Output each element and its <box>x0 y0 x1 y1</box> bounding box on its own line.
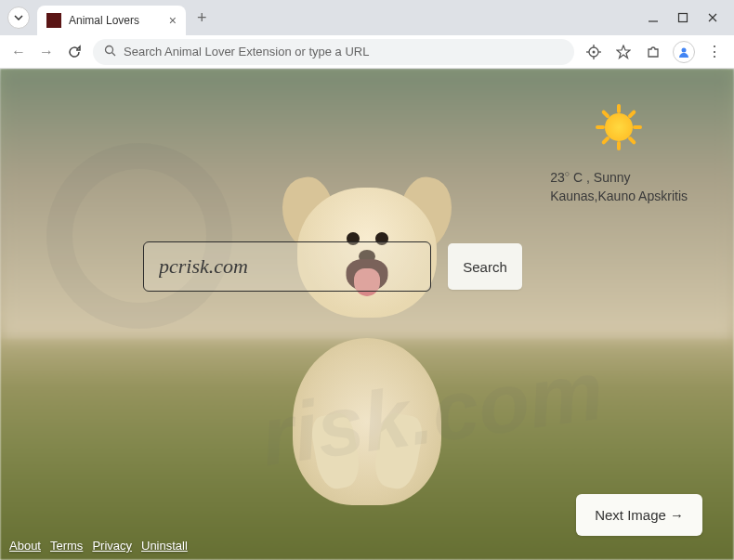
address-placeholder: Search Animal Lover Extension or type a … <box>124 45 563 59</box>
new-tab-button[interactable]: + <box>197 8 207 28</box>
page-content: risk.com 23○ C , Sunny Kaunas,Kauno Apsk… <box>0 69 734 560</box>
about-link[interactable]: About <box>9 539 41 553</box>
maximize-icon[interactable] <box>676 11 689 24</box>
tab-title: Animal Lovers <box>69 14 162 27</box>
svg-point-5 <box>593 50 596 53</box>
extensions-icon[interactable] <box>643 45 663 59</box>
search-area: Search <box>143 241 522 292</box>
weather-widget: 23○ C , Sunny Kaunas,Kauno Apskritis <box>550 104 688 203</box>
svg-line-3 <box>112 52 116 56</box>
privacy-link[interactable]: Privacy <box>92 539 132 553</box>
footer-links: About Terms Privacy Uninstall <box>9 539 188 553</box>
puppy-image <box>237 137 497 472</box>
title-bar: Animal Lovers × + <box>0 0 734 35</box>
next-image-button[interactable]: Next Image → <box>576 494 702 536</box>
window-controls <box>647 11 727 24</box>
uninstall-link[interactable]: Uninstall <box>141 539 188 553</box>
menu-icon[interactable]: ⋮ <box>704 43 725 60</box>
weather-location: Kaunas,Kauno Apskritis <box>550 189 688 203</box>
favicon-icon <box>46 13 61 28</box>
location-icon[interactable] <box>583 45 604 59</box>
profile-icon[interactable] <box>673 41 695 63</box>
reload-button[interactable] <box>65 45 84 59</box>
svg-point-2 <box>106 46 113 53</box>
forward-button[interactable]: → <box>37 44 56 60</box>
svg-rect-1 <box>679 14 688 22</box>
tab-search-button[interactable] <box>7 7 30 29</box>
weather-temperature: 23○ C , Sunny <box>550 169 688 185</box>
search-input[interactable] <box>143 241 431 292</box>
browser-tab[interactable]: Animal Lovers × <box>37 6 186 35</box>
browser-toolbar: ← → Search Animal Lover Extension or typ… <box>0 35 734 69</box>
search-button[interactable]: Search <box>448 243 522 290</box>
svg-point-10 <box>682 47 687 52</box>
close-tab-icon[interactable]: × <box>169 13 177 28</box>
close-icon[interactable] <box>706 11 719 24</box>
address-bar[interactable]: Search Animal Lover Extension or type a … <box>93 39 574 65</box>
sun-icon <box>596 104 642 150</box>
terms-link[interactable]: Terms <box>50 539 83 553</box>
search-icon <box>104 45 116 59</box>
minimize-icon[interactable] <box>647 11 660 24</box>
back-button[interactable]: ← <box>9 44 28 60</box>
bookmark-icon[interactable] <box>613 45 634 59</box>
